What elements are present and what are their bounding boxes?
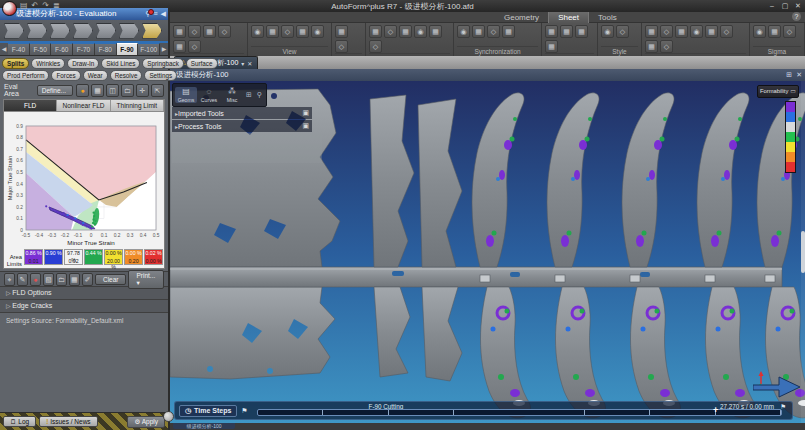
minimize-icon[interactable]: ▭: [790, 86, 796, 97]
ribbon-icon[interactable]: [251, 25, 264, 38]
curves-button[interactable]: ◌Curves: [198, 87, 220, 103]
scrollbar-thumb[interactable]: [801, 231, 805, 273]
panel-resize-knob[interactable]: [163, 411, 174, 422]
clear-button[interactable]: Clear: [95, 274, 127, 285]
help-icon[interactable]: ?: [792, 12, 801, 21]
stage-tabs-prev-arrow[interactable]: ◀: [0, 43, 8, 55]
marker-icon[interactable]: ●: [30, 273, 41, 286]
close-icon[interactable]: ✕: [793, 0, 803, 12]
define-dropdown[interactable]: Define...: [37, 85, 73, 96]
probe-icon[interactable]: ⌖: [4, 273, 15, 286]
stage-tab-f90[interactable]: F-90: [117, 43, 139, 55]
ribbon-icon[interactable]: [414, 25, 427, 38]
tab-surface[interactable]: Surface: [186, 58, 218, 69]
viewport-3d[interactable]: ▤Geoms ◌Curves ⁂Misc ⊞ ⚲ Imported Tools …: [170, 81, 805, 423]
section-edge-cracks[interactable]: Edge Cracks: [0, 300, 168, 313]
misc-button[interactable]: ⁂Misc: [221, 87, 243, 103]
folder-icon[interactable]: 🗀: [56, 273, 67, 286]
highlight-ball-icon[interactable]: ●: [76, 84, 89, 97]
ribbon-icon[interactable]: [457, 25, 470, 38]
ribbon-icon[interactable]: [296, 25, 309, 38]
ribbon-icon[interactable]: [705, 25, 718, 38]
layers-icon[interactable]: 🗀: [121, 84, 134, 97]
flag-icon[interactable]: ⚑: [241, 407, 247, 415]
close-icon[interactable]: ✕: [247, 60, 252, 67]
checkbox-icon[interactable]: ▣: [302, 122, 309, 130]
tab-forces[interactable]: Forces: [51, 70, 80, 81]
ribbon-icon[interactable]: [502, 25, 515, 38]
tab-geometry[interactable]: Geometry: [495, 12, 548, 23]
ribbon-icon[interactable]: [281, 25, 294, 38]
list-icon[interactable]: ≡: [154, 8, 158, 20]
ribbon-icon[interactable]: [783, 25, 796, 38]
stage-icon[interactable]: [4, 23, 24, 39]
ribbon-icon[interactable]: [487, 25, 500, 38]
ribbon-icon[interactable]: [616, 25, 629, 38]
tab-wear[interactable]: Wear: [83, 70, 108, 81]
geoms-button[interactable]: ▤Geoms: [175, 87, 197, 103]
ribbon-icon[interactable]: [660, 25, 673, 38]
stage-tab-f80[interactable]: F-80: [95, 43, 117, 55]
tab-splits[interactable]: Splits: [2, 58, 29, 69]
stage-icon-active[interactable]: [142, 23, 162, 39]
fit-view-icon[interactable]: ⊞: [244, 91, 254, 99]
ribbon-icon[interactable]: [218, 25, 231, 38]
chevron-down-icon[interactable]: ▾: [241, 60, 244, 67]
time-steps-button[interactable]: ◷ Time Steps: [179, 405, 237, 417]
ribbon-icon[interactable]: [560, 25, 573, 38]
ribbon-icon[interactable]: [335, 40, 348, 53]
ribbon-icon[interactable]: [675, 25, 688, 38]
ribbon-icon[interactable]: [173, 25, 186, 38]
ribbon-icon[interactable]: [266, 25, 279, 38]
ribbon-icon[interactable]: [369, 40, 382, 53]
ribbon-icon[interactable]: [311, 25, 324, 38]
tree-item-imported-tools[interactable]: Imported Tools ▣: [172, 107, 312, 119]
ribbon-icon[interactable]: [753, 25, 766, 38]
stage-tab-f70[interactable]: F-70: [73, 43, 95, 55]
autoform-logo-icon[interactable]: [2, 1, 17, 16]
minimized-view-tab[interactable]: 级进模分析-100: [173, 423, 235, 429]
ribbon-icon[interactable]: [575, 25, 588, 38]
ribbon-icon[interactable]: [429, 25, 442, 38]
tab-prod-perform[interactable]: Prod Perform: [2, 70, 49, 81]
ribbon-icon[interactable]: [188, 40, 201, 53]
palette-icon[interactable]: ▧: [43, 273, 54, 286]
ribbon-icon[interactable]: [173, 40, 186, 53]
tab-resolve[interactable]: Resolve: [110, 70, 143, 81]
ribbon-icon[interactable]: [188, 25, 201, 38]
ribbon-icon[interactable]: [369, 25, 382, 38]
annotate-icon[interactable]: ✎: [17, 273, 28, 286]
tab-skid-lines[interactable]: Skid Lines: [101, 58, 140, 69]
stage-tab-f100[interactable]: F-100: [138, 43, 160, 55]
menu-icon[interactable]: ≣: [53, 1, 60, 10]
stage-icon[interactable]: [50, 23, 70, 39]
tab-nonlinear-fld[interactable]: Nonlinear FLD: [57, 100, 110, 111]
display-mode-icon[interactable]: ▦: [91, 84, 104, 97]
ribbon-icon[interactable]: [335, 25, 348, 38]
ribbon-icon[interactable]: [203, 25, 216, 38]
ribbon-icon[interactable]: [720, 25, 733, 38]
tab-springback[interactable]: Springback: [142, 58, 184, 69]
ribbon-icon[interactable]: [690, 25, 703, 38]
pencil-icon[interactable]: ✐: [82, 273, 93, 286]
print-button[interactable]: Print... ▾: [128, 270, 164, 289]
collapse-icon[interactable]: ◀: [161, 8, 166, 20]
stage-tab-f50[interactable]: F-50: [30, 43, 52, 55]
ribbon-icon[interactable]: [645, 40, 658, 53]
tree-item-process-tools[interactable]: Process Tools ▣: [172, 120, 312, 132]
stage-icon[interactable]: [119, 23, 139, 39]
ribbon-icon[interactable]: [601, 25, 614, 38]
settings-button[interactable]: Settings: [144, 70, 177, 81]
tab-sheet[interactable]: Sheet: [548, 11, 589, 23]
stage-tabs-next-arrow[interactable]: ▶: [160, 43, 168, 55]
apply-button[interactable]: ⚙ Apply: [127, 416, 165, 428]
time-slider-track[interactable]: +: [257, 409, 782, 416]
stage-tab-f60[interactable]: F-60: [51, 43, 73, 55]
checkbox-icon[interactable]: ▣: [302, 109, 309, 117]
ribbon-icon[interactable]: [399, 25, 412, 38]
ribbon-icon[interactable]: [645, 25, 658, 38]
close-view-icon[interactable]: ✕: [796, 69, 802, 81]
minimize-icon[interactable]: –: [767, 0, 777, 12]
ribbon-icon[interactable]: [545, 25, 558, 38]
tab-fld[interactable]: FLD: [4, 100, 57, 111]
